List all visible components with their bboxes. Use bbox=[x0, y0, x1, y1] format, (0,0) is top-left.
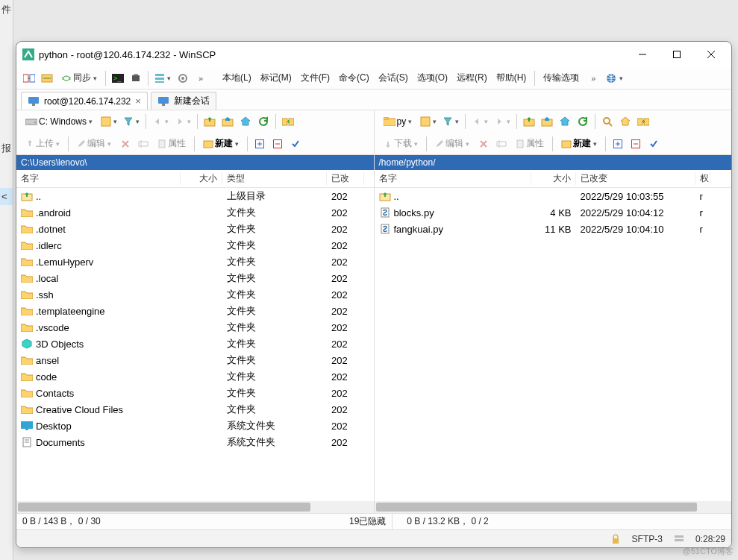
local-edit-button[interactable]: 编辑▾ bbox=[72, 135, 116, 153]
remote-h-scrollbar[interactable] bbox=[375, 501, 732, 513]
remote-dir-selector[interactable]: py ▾ bbox=[379, 113, 417, 130]
col-date[interactable]: 已改变 bbox=[576, 172, 695, 185]
table-row[interactable]: .ssh文件夹202 bbox=[16, 286, 374, 303]
remote-new-button[interactable]: 新建▾ bbox=[557, 135, 601, 153]
remote-filter-icon[interactable]: ▾ bbox=[418, 113, 439, 130]
menu-item[interactable]: 帮助(H) bbox=[492, 71, 531, 84]
remote-delete-icon[interactable] bbox=[475, 135, 492, 153]
upload-button[interactable]: 上传▾ bbox=[21, 135, 64, 153]
table-row[interactable]: Creative Cloud Files文件夹202 bbox=[16, 401, 374, 418]
col-name[interactable]: 名字 bbox=[375, 172, 531, 185]
terminal-icon[interactable]: >_ bbox=[110, 69, 126, 87]
remote-path-bar[interactable]: /home/python/ bbox=[375, 155, 732, 170]
table-row[interactable]: Contacts文件夹202 bbox=[16, 385, 374, 401]
remote-filter2-icon[interactable]: ▾ bbox=[440, 113, 461, 130]
table-row[interactable]: .android文件夹202 bbox=[16, 204, 374, 221]
lock-icon[interactable] bbox=[610, 533, 622, 545]
queue-icon[interactable]: ▾ bbox=[152, 69, 173, 87]
remote-root-icon[interactable] bbox=[539, 113, 555, 130]
titlebar[interactable]: python - root@120.46.174.232 - WinSCP bbox=[16, 42, 731, 67]
local-home-icon[interactable] bbox=[237, 113, 254, 130]
remote-refresh-icon[interactable] bbox=[575, 113, 591, 130]
menu-item[interactable]: 文件(F) bbox=[296, 71, 334, 84]
session-tab-active[interactable]: root@120.46.174.232 × bbox=[21, 92, 148, 110]
sync-panels-icon[interactable] bbox=[21, 69, 37, 87]
remote-check-icon[interactable] bbox=[645, 135, 662, 153]
remote-forward-button[interactable]: ▾ bbox=[492, 113, 513, 130]
maximize-button[interactable] bbox=[660, 43, 694, 66]
table-row[interactable]: ansel文件夹202 bbox=[16, 352, 374, 368]
table-row[interactable]: .vscode文件夹202 bbox=[16, 319, 374, 336]
remote-find-icon[interactable] bbox=[599, 113, 616, 130]
menu-item[interactable]: 命令(C) bbox=[334, 71, 374, 84]
local-root-icon[interactable] bbox=[219, 113, 236, 130]
settings-icon[interactable] bbox=[175, 69, 191, 87]
toolbar-overflow[interactable]: » bbox=[193, 69, 209, 87]
local-minus-icon[interactable] bbox=[269, 135, 286, 153]
col-size[interactable]: 大小 bbox=[181, 172, 222, 185]
local-plus-icon[interactable] bbox=[251, 135, 268, 153]
col-size[interactable]: 大小 bbox=[531, 172, 576, 185]
table-row[interactable]: fangkuai.py11 KB2022/5/29 10:04:10r bbox=[375, 221, 732, 237]
menu-item[interactable]: 标记(M) bbox=[256, 71, 296, 84]
remote-minus-icon[interactable] bbox=[628, 135, 644, 153]
table-row[interactable]: code文件夹202 bbox=[16, 368, 374, 385]
local-new-button[interactable]: 新建▾ bbox=[198, 135, 243, 153]
table-row[interactable]: .templateengine文件夹202 bbox=[16, 303, 374, 319]
local-forward-button[interactable]: ▾ bbox=[172, 113, 193, 130]
remote-rename-icon[interactable] bbox=[493, 135, 510, 153]
globe-icon[interactable]: ▾ bbox=[603, 69, 625, 87]
putty-icon[interactable] bbox=[128, 69, 144, 87]
menu-item[interactable]: 本地(L) bbox=[218, 71, 256, 84]
local-back-button[interactable]: ▾ bbox=[150, 113, 171, 130]
table-row[interactable]: .dotnet文件夹202 bbox=[16, 221, 374, 237]
close-button[interactable] bbox=[694, 43, 728, 66]
table-row[interactable]: blocks.py4 KB2022/5/29 10:04:12r bbox=[375, 204, 732, 221]
table-row[interactable]: ..上级目录202 bbox=[16, 188, 374, 204]
table-row[interactable]: 3D Objects文件夹202 bbox=[16, 336, 374, 352]
compare-icon[interactable] bbox=[39, 69, 55, 87]
tab-close-icon[interactable]: × bbox=[135, 95, 141, 107]
remote-file-list[interactable]: 名字 大小 已改变 权 ..2022/5/29 10:03:55rblocks.… bbox=[375, 170, 732, 501]
col-perm[interactable]: 权 bbox=[695, 172, 710, 185]
menu-item[interactable]: 远程(R) bbox=[452, 71, 492, 84]
minimize-button[interactable] bbox=[625, 43, 660, 66]
local-rename-icon[interactable] bbox=[135, 135, 151, 153]
sync-button[interactable]: 同步▾ bbox=[57, 69, 101, 87]
local-list-header[interactable]: 名字 大小 类型 已改 bbox=[16, 170, 374, 188]
local-refresh-icon[interactable] bbox=[255, 113, 272, 130]
table-row[interactable]: Desktop系统文件夹202 bbox=[16, 418, 374, 434]
menu-item[interactable]: 会话(S) bbox=[374, 71, 413, 84]
remote-props-button[interactable]: 属性 bbox=[511, 135, 548, 153]
local-up-icon[interactable] bbox=[201, 113, 218, 130]
table-row[interactable]: .local文件夹202 bbox=[16, 270, 374, 286]
table-row[interactable]: Documents系统文件夹202 bbox=[16, 434, 374, 450]
remote-edit-button[interactable]: 编辑▾ bbox=[431, 135, 474, 153]
local-drive-selector[interactable]: C: Windows ▾ bbox=[21, 113, 97, 130]
table-row[interactable]: .LemuHyperv文件夹202 bbox=[16, 254, 374, 270]
local-file-list[interactable]: 名字 大小 类型 已改 ..上级目录202.android文件夹202.dotn… bbox=[16, 170, 374, 501]
col-name[interactable]: 名字 bbox=[16, 172, 181, 185]
local-path-bar[interactable]: C:\Users\lenovo\ bbox=[16, 155, 374, 170]
menu-item[interactable]: 选项(O) bbox=[413, 71, 452, 84]
local-filter-icon[interactable]: ▾ bbox=[98, 113, 119, 130]
table-row[interactable]: ..2022/5/29 10:03:55r bbox=[375, 188, 732, 204]
col-date[interactable]: 已改 bbox=[327, 172, 364, 185]
col-type[interactable]: 类型 bbox=[222, 172, 327, 185]
queue-status-icon[interactable] bbox=[673, 533, 685, 545]
table-row[interactable]: .idlerc文件夹202 bbox=[16, 237, 374, 254]
local-check-icon[interactable] bbox=[287, 135, 304, 153]
remote-bookmark-icon[interactable] bbox=[617, 113, 634, 130]
remote-home-icon[interactable] bbox=[557, 113, 573, 130]
remote-list-header[interactable]: 名字 大小 已改变 权 bbox=[375, 170, 732, 188]
local-delete-icon[interactable] bbox=[117, 135, 134, 153]
local-h-scrollbar[interactable] bbox=[16, 501, 374, 513]
remote-plus-icon[interactable] bbox=[610, 135, 626, 153]
remote-sync-browse-icon[interactable] bbox=[635, 113, 651, 130]
transfer-options-menu[interactable]: 传输选项 bbox=[539, 70, 584, 86]
download-button[interactable]: 下载▾ bbox=[379, 135, 422, 153]
toolbar-overflow-right[interactable]: » bbox=[585, 69, 601, 87]
local-sync-browse-icon[interactable] bbox=[280, 113, 296, 130]
remote-back-button[interactable]: ▾ bbox=[469, 113, 490, 130]
new-session-tab[interactable]: 新建会话 bbox=[151, 92, 216, 110]
